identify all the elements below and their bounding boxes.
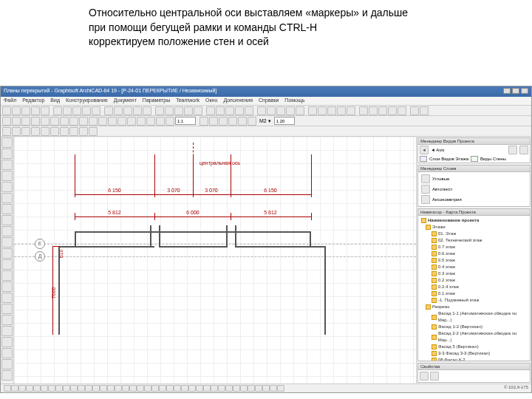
status-button[interactable] — [255, 385, 262, 392]
tree-item[interactable]: Фасад 2-2 (Автоматиеская обводка по Мар.… — [420, 330, 528, 344]
tool-button[interactable] — [1, 270, 13, 281]
tool-button[interactable] — [308, 106, 317, 115]
checkbox[interactable] — [421, 185, 430, 194]
tree-item[interactable]: 0.2 этаж — [420, 277, 528, 284]
tool-button[interactable] — [184, 106, 193, 115]
tree-item[interactable]: 0.7 этаж — [420, 244, 528, 250]
tool-button[interactable] — [420, 106, 429, 115]
status-button[interactable] — [33, 385, 41, 392]
menu-item[interactable]: Помощь — [284, 98, 304, 104]
tool-button[interactable] — [104, 106, 113, 115]
status-button[interactable] — [115, 385, 122, 392]
menu-item[interactable]: Справки — [259, 98, 279, 104]
status-button[interactable] — [218, 385, 225, 392]
status-button[interactable] — [174, 385, 181, 392]
scale-input[interactable] — [175, 117, 196, 125]
nav-btn[interactable] — [519, 146, 528, 154]
status-button[interactable] — [166, 385, 174, 392]
tool-button[interactable] — [174, 106, 183, 115]
tool-button[interactable] — [327, 106, 336, 115]
tool-button[interactable] — [276, 106, 285, 115]
status-button[interactable] — [196, 385, 203, 392]
status-button[interactable] — [122, 385, 129, 392]
tree-item[interactable]: 01. Этаж — [420, 231, 528, 237]
tool-button[interactable] — [41, 106, 50, 115]
status-button[interactable] — [277, 385, 284, 392]
tool-button[interactable] — [286, 106, 295, 115]
tool-button[interactable] — [378, 106, 387, 115]
tool-button[interactable] — [1, 315, 13, 325]
status-button[interactable] — [100, 385, 107, 392]
status-button[interactable] — [107, 385, 115, 392]
prop-btn[interactable] — [430, 372, 439, 381]
tool-button[interactable] — [337, 106, 346, 115]
zoom-input[interactable] — [274, 117, 295, 125]
tool-button[interactable] — [79, 127, 88, 136]
tree-item[interactable]: Фасад 5 (Вертикал) — [420, 344, 528, 350]
status-button[interactable] — [240, 385, 248, 392]
tool-button[interactable] — [31, 127, 40, 136]
tree-item[interactable]: Разрезы — [420, 304, 528, 310]
close-icon[interactable] — [521, 88, 528, 94]
nav-back-icon[interactable]: ◄ — [420, 146, 429, 154]
menu-item[interactable]: Дополнения — [223, 98, 253, 104]
tool-button[interactable] — [1, 137, 13, 148]
tool-button[interactable] — [200, 117, 208, 126]
tree-item[interactable]: 0.1 этаж — [420, 290, 528, 297]
prop-btn[interactable] — [420, 372, 429, 381]
tool-button[interactable] — [108, 117, 117, 126]
status-button[interactable] — [41, 385, 48, 392]
drawing-canvas[interactable]: центральная ось 6 150 3 070 3 070 6 150 … — [14, 137, 416, 383]
tree-item[interactable]: 0.5 этаж — [420, 257, 528, 264]
tool-button[interactable] — [41, 127, 50, 136]
tool-button[interactable] — [12, 127, 21, 136]
tool-button[interactable] — [359, 106, 368, 115]
tool-button[interactable] — [209, 117, 218, 126]
tool-button[interactable] — [50, 117, 59, 126]
maximize-icon[interactable] — [512, 88, 519, 94]
tree-item[interactable]: 0.3 этаж — [420, 270, 528, 277]
tool-button[interactable] — [12, 117, 21, 126]
tool-button[interactable] — [238, 117, 247, 126]
tool-button[interactable] — [165, 106, 174, 115]
tool-button[interactable] — [53, 106, 62, 115]
tree-item[interactable]: 0.6 этаж — [420, 250, 528, 257]
status-button[interactable] — [18, 385, 26, 392]
menu-item[interactable]: Окно — [205, 98, 217, 104]
tool-button[interactable] — [1, 359, 13, 369]
status-button[interactable] — [4, 385, 11, 392]
status-button[interactable] — [225, 385, 233, 392]
tool-button[interactable] — [2, 106, 11, 115]
tool-button[interactable] — [21, 117, 30, 126]
tool-button[interactable] — [117, 117, 126, 126]
tool-button[interactable] — [2, 117, 11, 126]
nav-btn[interactable] — [508, 146, 517, 154]
tool-button[interactable] — [92, 106, 100, 115]
tool-button[interactable] — [1, 237, 13, 248]
tool-button[interactable] — [69, 117, 78, 126]
menu-item[interactable]: Вид — [50, 98, 60, 104]
tool-button[interactable] — [1, 160, 13, 170]
tool-button[interactable] — [1, 171, 13, 181]
status-button[interactable] — [181, 385, 188, 392]
status-button[interactable] — [270, 385, 277, 392]
tool-button[interactable] — [137, 117, 146, 126]
tool-button[interactable] — [206, 106, 215, 115]
tool-button[interactable] — [146, 117, 155, 126]
tool-button[interactable] — [21, 106, 30, 115]
status-button[interactable] — [48, 385, 55, 392]
status-button[interactable] — [159, 385, 166, 392]
status-button[interactable] — [151, 385, 159, 392]
tool-button[interactable] — [69, 127, 78, 136]
menu-item[interactable]: Редактор — [22, 98, 44, 104]
menu-item[interactable]: Teamwork — [176, 98, 200, 104]
tree-item[interactable]: Фасад 1-1 (Автоматиеская обводка по Мар.… — [420, 310, 528, 324]
tool-button[interactable] — [123, 106, 132, 115]
tool-button[interactable] — [60, 127, 69, 136]
tool-button[interactable] — [1, 370, 13, 381]
status-button[interactable] — [63, 385, 70, 392]
menu-item[interactable]: Файл — [4, 98, 16, 104]
tool-button[interactable] — [60, 117, 69, 126]
tool-button[interactable] — [257, 106, 266, 115]
tool-button[interactable] — [63, 106, 72, 115]
